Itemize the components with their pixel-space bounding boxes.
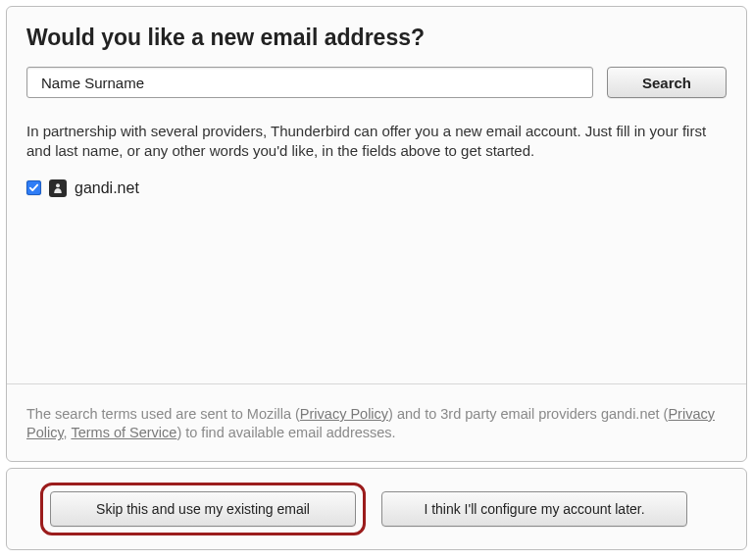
highlight-ring: Skip this and use my existing email — [50, 491, 356, 527]
search-button[interactable]: Search — [607, 67, 727, 98]
checkmark-icon — [28, 182, 39, 193]
provider-checkbox[interactable] — [26, 180, 41, 195]
legal-middle1: ) and to 3rd party email providers gandi… — [388, 406, 668, 422]
mozilla-privacy-link[interactable]: Privacy Policy — [300, 406, 388, 422]
gandi-tos-link[interactable]: Terms of Service — [71, 425, 176, 440]
name-input[interactable] — [26, 67, 593, 98]
skip-use-existing-button[interactable]: Skip this and use my existing email — [50, 491, 356, 527]
gandi-logo-icon — [49, 179, 67, 197]
description-text: In partnership with several providers, T… — [26, 122, 727, 162]
divider — [7, 383, 746, 384]
svg-point-0 — [56, 183, 60, 187]
legal-text: The search terms used are sent to Mozill… — [26, 405, 727, 443]
provider-row: gandi.net — [26, 179, 727, 197]
legal-prefix: The search terms used are sent to Mozill… — [26, 406, 300, 422]
dialog-window: Would you like a new email address? Sear… — [0, 0, 753, 560]
page-title: Would you like a new email address? — [26, 25, 727, 51]
footer-panel: Skip this and use my existing email I th… — [6, 468, 747, 550]
provider-label: gandi.net — [75, 179, 139, 197]
configure-later-button[interactable]: I think I'll configure my account later. — [381, 491, 687, 527]
legal-suffix: ) to find available email addresses. — [176, 425, 395, 440]
main-panel: Would you like a new email address? Sear… — [6, 6, 747, 462]
search-row: Search — [26, 67, 727, 98]
